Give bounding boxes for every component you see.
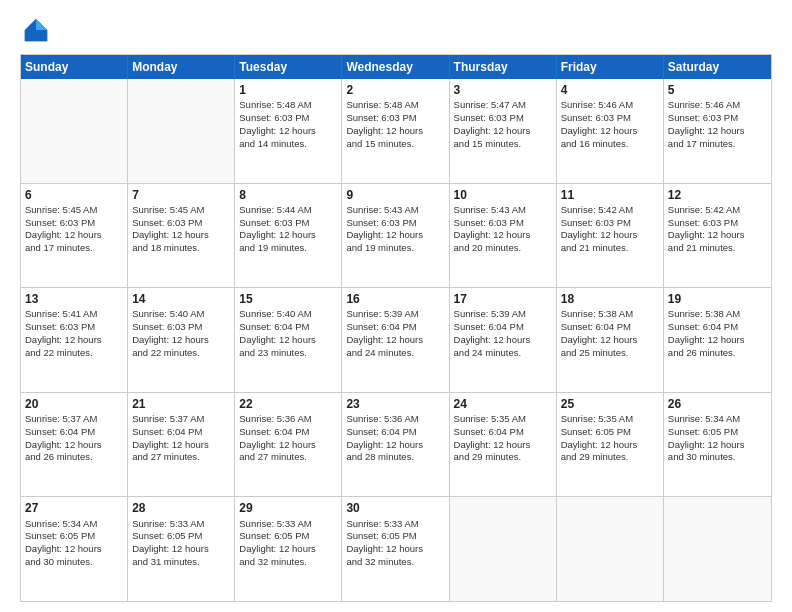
svg-rect-2 [25, 30, 47, 41]
day-info-line: Sunrise: 5:37 AM [132, 413, 230, 426]
day-info-line: Sunrise: 5:38 AM [561, 308, 659, 321]
day-info-line: Sunset: 6:04 PM [132, 426, 230, 439]
day-number: 16 [346, 291, 444, 307]
day-info-line: Sunrise: 5:38 AM [668, 308, 767, 321]
day-number: 6 [25, 187, 123, 203]
day-info-line: Sunrise: 5:42 AM [668, 204, 767, 217]
day-info-line: Sunrise: 5:46 AM [668, 99, 767, 112]
day-info-line: and 21 minutes. [668, 242, 767, 255]
header [20, 16, 772, 48]
day-info-line: and 24 minutes. [454, 347, 552, 360]
page: SundayMondayTuesdayWednesdayThursdayFrid… [0, 0, 792, 612]
day-info-line: Sunset: 6:03 PM [454, 112, 552, 125]
day-info-line: Sunrise: 5:43 AM [346, 204, 444, 217]
day-info-line: and 22 minutes. [132, 347, 230, 360]
calendar-day-7: 7Sunrise: 5:45 AMSunset: 6:03 PMDaylight… [128, 184, 235, 288]
day-number: 5 [668, 82, 767, 98]
day-info-line: Daylight: 12 hours [132, 334, 230, 347]
day-info-line: Sunset: 6:03 PM [561, 112, 659, 125]
day-info-line: and 16 minutes. [561, 138, 659, 151]
day-info-line: Daylight: 12 hours [25, 543, 123, 556]
day-info-line: Daylight: 12 hours [132, 229, 230, 242]
day-info-line: Sunrise: 5:43 AM [454, 204, 552, 217]
calendar-day-21: 21Sunrise: 5:37 AMSunset: 6:04 PMDayligh… [128, 393, 235, 497]
day-info-line: and 17 minutes. [25, 242, 123, 255]
day-info-line: and 24 minutes. [346, 347, 444, 360]
day-info-line: Daylight: 12 hours [239, 439, 337, 452]
day-info-line: Sunrise: 5:46 AM [561, 99, 659, 112]
svg-marker-1 [36, 19, 47, 30]
day-number: 8 [239, 187, 337, 203]
day-number: 29 [239, 500, 337, 516]
day-number: 27 [25, 500, 123, 516]
day-number: 26 [668, 396, 767, 412]
calendar-day-27: 27Sunrise: 5:34 AMSunset: 6:05 PMDayligh… [21, 497, 128, 601]
day-info-line: and 30 minutes. [668, 451, 767, 464]
day-number: 4 [561, 82, 659, 98]
day-info-line: Sunset: 6:05 PM [132, 530, 230, 543]
day-number: 21 [132, 396, 230, 412]
calendar-day-5: 5Sunrise: 5:46 AMSunset: 6:03 PMDaylight… [664, 79, 771, 183]
day-info-line: and 15 minutes. [454, 138, 552, 151]
day-info-line: Sunset: 6:05 PM [25, 530, 123, 543]
day-info-line: Sunset: 6:04 PM [25, 426, 123, 439]
calendar-day-8: 8Sunrise: 5:44 AMSunset: 6:03 PMDaylight… [235, 184, 342, 288]
logo-icon [22, 16, 50, 44]
day-info-line: Daylight: 12 hours [561, 229, 659, 242]
day-number: 30 [346, 500, 444, 516]
day-number: 20 [25, 396, 123, 412]
day-info-line: Daylight: 12 hours [668, 334, 767, 347]
day-info-line: Sunrise: 5:37 AM [25, 413, 123, 426]
calendar-empty-cell [128, 79, 235, 183]
day-info-line: and 29 minutes. [454, 451, 552, 464]
calendar-week-2: 6Sunrise: 5:45 AMSunset: 6:03 PMDaylight… [21, 183, 771, 288]
day-info-line: Daylight: 12 hours [239, 334, 337, 347]
day-info-line: and 26 minutes. [668, 347, 767, 360]
day-info-line: Daylight: 12 hours [668, 125, 767, 138]
calendar-day-13: 13Sunrise: 5:41 AMSunset: 6:03 PMDayligh… [21, 288, 128, 392]
day-info-line: Sunrise: 5:36 AM [239, 413, 337, 426]
day-number: 11 [561, 187, 659, 203]
day-info-line: Sunrise: 5:36 AM [346, 413, 444, 426]
day-info-line: Sunrise: 5:40 AM [239, 308, 337, 321]
day-info-line: Sunset: 6:04 PM [561, 321, 659, 334]
day-info-line: and 18 minutes. [132, 242, 230, 255]
calendar-day-26: 26Sunrise: 5:34 AMSunset: 6:05 PMDayligh… [664, 393, 771, 497]
day-info-line: and 28 minutes. [346, 451, 444, 464]
day-info-line: and 17 minutes. [668, 138, 767, 151]
day-info-line: and 31 minutes. [132, 556, 230, 569]
day-info-line: Sunset: 6:05 PM [561, 426, 659, 439]
day-info-line: and 32 minutes. [346, 556, 444, 569]
calendar-week-4: 20Sunrise: 5:37 AMSunset: 6:04 PMDayligh… [21, 392, 771, 497]
day-info-line: and 25 minutes. [561, 347, 659, 360]
calendar-day-28: 28Sunrise: 5:33 AMSunset: 6:05 PMDayligh… [128, 497, 235, 601]
calendar-day-2: 2Sunrise: 5:48 AMSunset: 6:03 PMDaylight… [342, 79, 449, 183]
day-info-line: Sunrise: 5:48 AM [346, 99, 444, 112]
day-info-line: Sunrise: 5:35 AM [561, 413, 659, 426]
day-info-line: and 19 minutes. [346, 242, 444, 255]
header-day-sunday: Sunday [21, 55, 128, 79]
calendar-week-3: 13Sunrise: 5:41 AMSunset: 6:03 PMDayligh… [21, 287, 771, 392]
day-number: 2 [346, 82, 444, 98]
day-info-line: Daylight: 12 hours [668, 439, 767, 452]
day-number: 12 [668, 187, 767, 203]
day-info-line: Daylight: 12 hours [346, 334, 444, 347]
calendar-week-1: 1Sunrise: 5:48 AMSunset: 6:03 PMDaylight… [21, 79, 771, 183]
day-info-line: and 21 minutes. [561, 242, 659, 255]
day-number: 17 [454, 291, 552, 307]
day-info-line: Sunset: 6:05 PM [346, 530, 444, 543]
day-number: 15 [239, 291, 337, 307]
calendar-day-24: 24Sunrise: 5:35 AMSunset: 6:04 PMDayligh… [450, 393, 557, 497]
day-number: 22 [239, 396, 337, 412]
day-info-line: and 23 minutes. [239, 347, 337, 360]
day-info-line: Sunrise: 5:45 AM [132, 204, 230, 217]
day-info-line: Sunrise: 5:39 AM [454, 308, 552, 321]
day-info-line: Sunset: 6:05 PM [239, 530, 337, 543]
day-info-line: Daylight: 12 hours [239, 125, 337, 138]
calendar-header: SundayMondayTuesdayWednesdayThursdayFrid… [21, 55, 771, 79]
calendar-day-3: 3Sunrise: 5:47 AMSunset: 6:03 PMDaylight… [450, 79, 557, 183]
day-number: 14 [132, 291, 230, 307]
calendar-week-5: 27Sunrise: 5:34 AMSunset: 6:05 PMDayligh… [21, 496, 771, 601]
day-info-line: Sunrise: 5:40 AM [132, 308, 230, 321]
day-info-line: and 32 minutes. [239, 556, 337, 569]
